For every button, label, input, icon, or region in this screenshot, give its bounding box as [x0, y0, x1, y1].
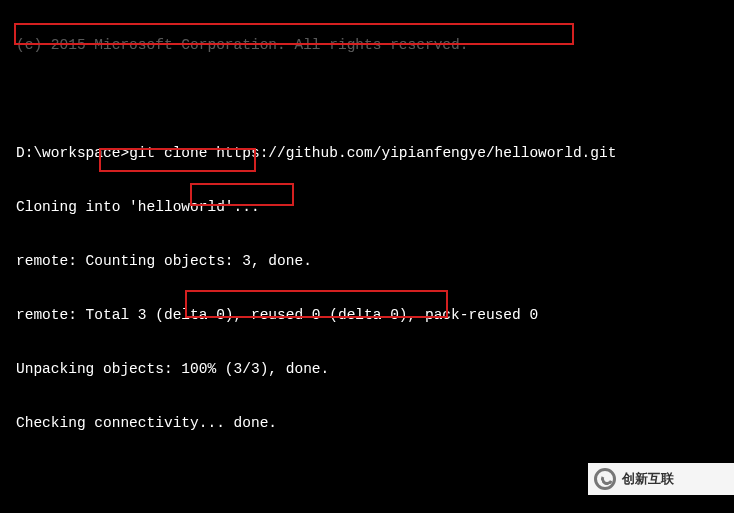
watermark-text: 创新互联	[622, 470, 674, 488]
output-line: remote: Counting objects: 3, done.	[16, 252, 734, 270]
terminal-window[interactable]: (c) 2015 Microsoft Corporation. All righ…	[0, 0, 734, 513]
output-line: Unpacking objects: 100% (3/3), done.	[16, 360, 734, 378]
output-line: Cloning into 'helloworld'...	[16, 198, 734, 216]
blank-line	[16, 90, 734, 108]
highlight-box-git-commit	[185, 290, 448, 318]
watermark-logo-icon	[594, 468, 616, 490]
watermark-badge: 创新互联	[588, 463, 734, 495]
output-line: Checking connectivity... done.	[16, 414, 734, 432]
highlight-box-git-add	[190, 183, 294, 206]
highlight-box-cd	[99, 148, 256, 172]
highlight-box-git-clone	[14, 23, 574, 45]
